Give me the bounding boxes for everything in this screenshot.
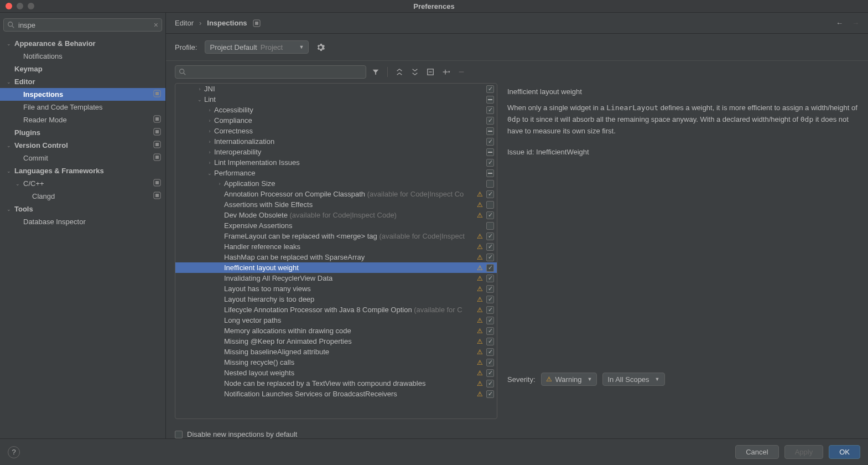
sidebar-item-keymap[interactable]: Keymap xyxy=(0,63,165,75)
sidebar-item-notifications[interactable]: Notifications xyxy=(0,50,165,63)
add-icon[interactable]: ▾ xyxy=(440,66,452,78)
inspection-row[interactable]: Expensive Assertions xyxy=(175,220,497,231)
inspection-checkbox[interactable] xyxy=(485,138,496,146)
inspection-search-input[interactable] xyxy=(186,68,362,76)
inspection-checkbox[interactable] xyxy=(485,159,496,167)
inspection-checkbox[interactable] xyxy=(485,180,496,188)
sidebar-item-appearance-behavior[interactable]: ⌄Appearance & Behavior xyxy=(0,37,165,50)
close-window-button[interactable] xyxy=(6,3,12,9)
inspection-row[interactable]: FrameLayout can be replaced with <merge>… xyxy=(175,231,497,241)
sidebar-item-database-inspector[interactable]: Database Inspector xyxy=(0,215,165,228)
sidebar-item-version-control[interactable]: ⌄Version Control xyxy=(0,139,165,152)
inspection-checkbox[interactable] xyxy=(485,190,496,198)
inspection-row[interactable]: Missing @Keep for Animated Properties ⚠ xyxy=(175,336,497,347)
inspection-checkbox[interactable] xyxy=(485,285,496,293)
inspection-checkbox[interactable] xyxy=(485,222,496,230)
scope-dropdown[interactable]: In All Scopes ▼ xyxy=(602,373,664,386)
sidebar-item-file-and-code-templates[interactable]: File and Code Templates xyxy=(0,101,165,113)
inspection-row[interactable]: ⌄Performance xyxy=(175,168,497,178)
inspection-checkbox[interactable] xyxy=(485,296,496,303)
inspection-checkbox[interactable] xyxy=(485,148,496,156)
inspection-row[interactable]: Memory allocations within drawing code ⚠ xyxy=(175,326,497,336)
sidebar-item-inspections[interactable]: Inspections xyxy=(0,88,165,101)
profile-dropdown[interactable]: Project Default Project ▼ xyxy=(205,40,309,54)
inspection-row[interactable]: ›JNI xyxy=(175,84,497,94)
inspection-row[interactable]: HashMap can be replaced with SparseArray… xyxy=(175,252,497,262)
inspection-tree[interactable]: ›JNI ⌄Lint ›Accessibility ›Compliance ›C… xyxy=(175,84,497,418)
disable-new-inspections-checkbox[interactable]: Disable new inspections by default xyxy=(175,430,297,438)
inspection-row[interactable]: Handler reference leaks ⚠ xyxy=(175,241,497,252)
cancel-button[interactable]: Cancel xyxy=(735,445,778,459)
help-button[interactable]: ? xyxy=(8,446,20,458)
inspection-checkbox[interactable] xyxy=(485,390,496,398)
remove-icon[interactable] xyxy=(455,66,467,78)
sidebar-item-tools[interactable]: ⌄Tools xyxy=(0,203,165,215)
inspection-checkbox[interactable] xyxy=(485,106,496,114)
inspection-search-box[interactable] xyxy=(175,65,366,79)
inspection-checkbox[interactable] xyxy=(485,169,496,177)
sidebar-item-editor[interactable]: ⌄Editor xyxy=(0,75,165,88)
inspection-checkbox[interactable] xyxy=(485,96,496,104)
settings-search-box[interactable]: × xyxy=(3,18,162,32)
inspection-checkbox[interactable] xyxy=(485,232,496,240)
inspection-checkbox[interactable] xyxy=(485,264,496,272)
inspection-checkbox[interactable] xyxy=(485,275,496,282)
settings-search-input[interactable] xyxy=(15,21,154,29)
severity-dropdown[interactable]: ⚠ Warning ▼ xyxy=(541,373,597,386)
sidebar-item-languages-frameworks[interactable]: ⌄Languages & Frameworks xyxy=(0,164,165,177)
inspection-checkbox[interactable] xyxy=(485,201,496,209)
inspection-row[interactable]: ›Lint Implementation Issues xyxy=(175,157,497,168)
filter-icon[interactable] xyxy=(370,66,382,78)
inspection-row[interactable]: Layout hierarchy is too deep ⚠ xyxy=(175,294,497,304)
inspection-checkbox[interactable] xyxy=(485,327,496,335)
back-icon[interactable]: ← xyxy=(836,19,843,27)
inspection-row[interactable]: Notification Launches Services or Broadc… xyxy=(175,389,497,399)
reset-icon[interactable] xyxy=(424,66,436,78)
ok-button[interactable]: OK xyxy=(829,445,860,459)
inspection-row[interactable]: Invalidating All RecyclerView Data ⚠ xyxy=(175,273,497,283)
inspection-row[interactable]: Nested layout weights ⚠ xyxy=(175,368,497,378)
inspection-row[interactable]: Annotation Processor on Compile Classpat… xyxy=(175,189,497,199)
expand-all-icon[interactable] xyxy=(393,66,406,78)
inspection-row[interactable]: Node can be replaced by a TextView with … xyxy=(175,378,497,389)
inspection-checkbox[interactable] xyxy=(485,85,496,93)
inspection-row[interactable]: ›Interoperability xyxy=(175,147,497,157)
inspection-checkbox[interactable] xyxy=(485,317,496,324)
sidebar-item-c-c-[interactable]: ⌄C/C++ xyxy=(0,177,165,190)
inspection-checkbox[interactable] xyxy=(485,348,496,356)
inspection-checkbox[interactable] xyxy=(485,127,496,135)
inspection-row[interactable]: ›Application Size xyxy=(175,178,497,189)
breadcrumb-root[interactable]: Editor xyxy=(175,19,194,27)
sidebar-item-clangd[interactable]: Clangd xyxy=(0,190,165,203)
inspection-checkbox[interactable] xyxy=(485,380,496,388)
inspection-row[interactable]: Lifecycle Annotation Processor with Java… xyxy=(175,304,497,315)
inspection-checkbox[interactable] xyxy=(485,117,496,125)
inspection-row[interactable]: ⌄Lint xyxy=(175,94,497,105)
apply-button[interactable]: Apply xyxy=(784,445,824,459)
minimize-window-button[interactable] xyxy=(17,3,23,9)
settings-tree[interactable]: ⌄Appearance & BehaviorNotificationsKeyma… xyxy=(0,37,165,438)
inspection-row[interactable]: ›Compliance xyxy=(175,115,497,126)
inspection-checkbox[interactable] xyxy=(485,369,496,377)
sidebar-item-plugins[interactable]: Plugins xyxy=(0,126,165,139)
inspection-checkbox[interactable] xyxy=(485,306,496,314)
clear-search-icon[interactable]: × xyxy=(154,20,158,29)
inspection-row[interactable]: ›Internationalization xyxy=(175,136,497,147)
collapse-all-icon[interactable] xyxy=(409,66,421,78)
inspection-checkbox[interactable] xyxy=(485,243,496,251)
inspection-checkbox[interactable] xyxy=(485,338,496,345)
inspection-checkbox[interactable] xyxy=(485,254,496,261)
inspection-row[interactable]: Layout has too many views ⚠ xyxy=(175,283,497,294)
inspection-row[interactable]: Missing recycle() calls ⚠ xyxy=(175,357,497,368)
inspection-checkbox[interactable] xyxy=(485,359,496,366)
inspection-row[interactable]: Assertions with Side Effects ⚠ xyxy=(175,199,497,210)
inspection-row[interactable]: Missing baselineAligned attribute ⚠ xyxy=(175,347,497,357)
inspection-row[interactable]: ›Correctness xyxy=(175,126,497,136)
inspection-checkbox[interactable] xyxy=(485,211,496,219)
inspection-row[interactable]: ›Accessibility xyxy=(175,105,497,115)
gear-icon[interactable] xyxy=(316,43,325,51)
sidebar-item-commit[interactable]: Commit xyxy=(0,152,165,164)
inspection-row[interactable]: Dev Mode Obsolete (available for Code|In… xyxy=(175,210,497,220)
maximize-window-button[interactable] xyxy=(28,3,34,9)
inspection-row[interactable]: Inefficient layout weight ⚠ xyxy=(175,262,497,273)
